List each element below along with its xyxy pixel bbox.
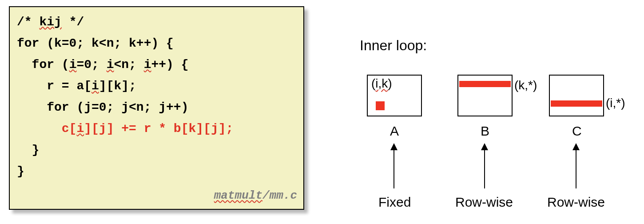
arrow-A [394, 144, 394, 188]
matrix-A-element [376, 101, 385, 110]
matrix-B-label: B [481, 124, 489, 139]
matrix-B-row [459, 81, 511, 87]
code-line-5: for (j=0; j<n; j++) [17, 97, 296, 118]
code-line-8: } [17, 161, 296, 182]
matrix-B [457, 75, 513, 116]
code-line-7: } [17, 140, 296, 161]
label-kstar: (k,*) [514, 78, 537, 92]
desc-C: Row-wise [547, 195, 605, 210]
matrix-A-label: A [390, 124, 399, 139]
code-line-4: r = a[i][k]; [17, 76, 296, 97]
label-istar: (i,*) [606, 96, 625, 110]
code-line-2: for (k=0; k<n; k++) { [17, 33, 296, 54]
label-ik: (i,k) [371, 76, 392, 91]
source-file-label: matmult/mm.c [214, 185, 297, 206]
arrow-B [484, 144, 485, 188]
slide: /* kij */ for (k=0; k<n; k++) { for (i=0… [0, 0, 644, 224]
code-line-1: /* kij */ [17, 12, 296, 33]
matrix-C [549, 75, 604, 116]
matrix-C-row [551, 100, 602, 107]
arrow-C [576, 144, 576, 188]
matrix-C-label: C [572, 124, 582, 139]
inner-loop-title: Inner loop: [360, 37, 427, 54]
desc-B: Row-wise [455, 195, 513, 210]
desc-A: Fixed [378, 195, 411, 210]
code-line-3: for (i=0; i<n; i++) { [17, 54, 296, 76]
code-line-6: c[i][j] += r * b[k][j]; [17, 118, 296, 140]
code-box: /* kij */ for (k=0; k<n; k++) { for (i=0… [9, 6, 304, 210]
